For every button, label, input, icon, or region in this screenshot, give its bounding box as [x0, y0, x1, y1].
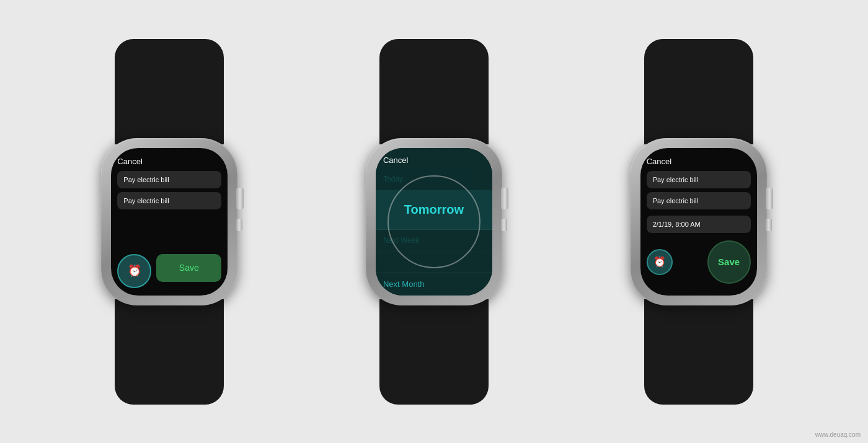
- watch-2: Cancel Today Tomorrow Next Week Next Mon…: [366, 138, 502, 305]
- watch-body-3: Cancel Pay electric bill Pay electric bi…: [631, 138, 767, 305]
- watermark: www.deuaq.com: [815, 431, 861, 438]
- crown-small-1: [236, 219, 242, 231]
- picker-item-tomorrow[interactable]: Tomorrow: [376, 190, 492, 230]
- band-top-3: [644, 39, 753, 144]
- band-top-1: [115, 39, 224, 144]
- cancel-label-3[interactable]: Cancel: [647, 156, 751, 167]
- alarm-icon-1: ⏰: [128, 264, 141, 278]
- watch-case-2: Cancel Today Tomorrow Next Week Next Mon…: [366, 138, 502, 305]
- watch-screen-3: Cancel Pay electric bill Pay electric bi…: [640, 148, 757, 296]
- bottom-actions-1: ⏰ Save: [117, 254, 221, 288]
- crown-2: [501, 188, 508, 209]
- watch-body-2: Cancel Today Tomorrow Next Week Next Mon…: [366, 138, 502, 305]
- cancel-label-2[interactable]: Cancel: [376, 148, 492, 169]
- picker-item-next-week[interactable]: Next Week: [376, 230, 492, 252]
- screen-content-3: Cancel Pay electric bill Pay electric bi…: [640, 148, 757, 296]
- band-bottom-1: [115, 299, 224, 405]
- cancel-label-1[interactable]: Cancel: [117, 156, 221, 167]
- picker-item-today[interactable]: Today: [376, 169, 492, 190]
- watch-screen-1: Cancel Pay electric bill Pay electric bi…: [111, 148, 228, 296]
- crown-small-2: [501, 219, 507, 231]
- crown-3: [766, 188, 773, 209]
- watch-body-1: Cancel Pay electric bill Pay electric bi…: [101, 138, 237, 305]
- picker-items: Today Tomorrow Next Week: [376, 169, 492, 273]
- save-button-1[interactable]: Save: [156, 254, 221, 282]
- screen-content-1: Cancel Pay electric bill Pay electric bi…: [111, 148, 228, 296]
- band-bottom-3: [644, 299, 753, 405]
- picker-screen: Cancel Today Tomorrow Next Week Next Mon…: [376, 148, 492, 296]
- watch-3: Cancel Pay electric bill Pay electric bi…: [631, 138, 767, 305]
- alarm-button-3[interactable]: ⏰: [647, 249, 673, 275]
- task-row-3b: Pay electric bill: [647, 192, 751, 209]
- scene: Cancel Pay electric bill Pay electric bi…: [0, 0, 868, 443]
- alarm-icon-3: ⏰: [653, 256, 666, 268]
- band-top-2: [379, 39, 489, 144]
- save-button-3[interactable]: Save: [707, 240, 751, 284]
- task-row-1b: Pay electric bill: [117, 192, 221, 209]
- crown-small-3: [766, 219, 772, 231]
- watch-screen-2: Cancel Today Tomorrow Next Week Next Mon…: [376, 148, 492, 296]
- bottom-actions-3: ⏰ Save: [647, 240, 751, 284]
- date-row: 2/1/19, 8:00 AM: [647, 216, 751, 233]
- picker-item-next-month[interactable]: Next Month: [376, 273, 492, 296]
- watch-case-3: Cancel Pay electric bill Pay electric bi…: [631, 138, 767, 305]
- task-row-3a: Pay electric bill: [647, 171, 751, 188]
- task-row-1a: Pay electric bill: [117, 171, 221, 188]
- crown-1: [236, 188, 244, 209]
- band-bottom-2: [379, 299, 489, 405]
- alarm-button-1[interactable]: ⏰: [117, 254, 151, 288]
- watch-1: Cancel Pay electric bill Pay electric bi…: [101, 138, 237, 305]
- watch-case-1: Cancel Pay electric bill Pay electric bi…: [101, 138, 237, 305]
